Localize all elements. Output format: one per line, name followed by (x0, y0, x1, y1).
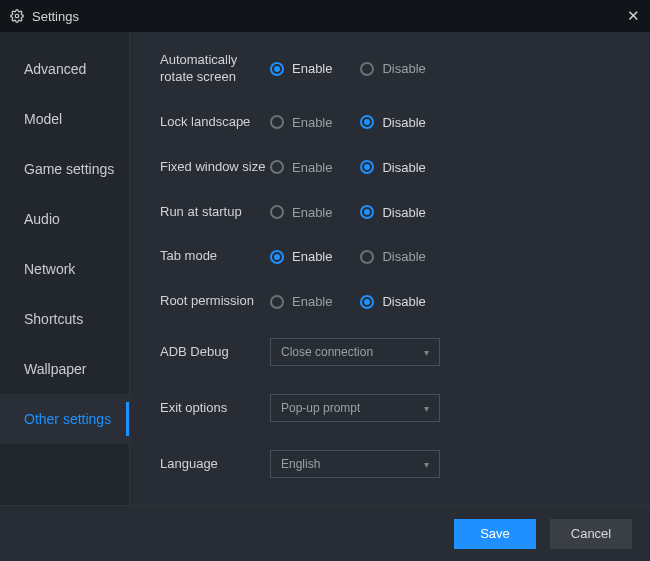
radio-label: Enable (292, 205, 332, 220)
option-row: Tab modeEnableDisable (160, 248, 622, 265)
sidebar-item-label: Advanced (24, 61, 86, 77)
radio-disable[interactable]: Disable (360, 249, 425, 264)
sidebar-item-game-settings[interactable]: Game settings (0, 144, 129, 194)
option-radios: EnableDisable (270, 205, 426, 220)
option-radios: EnableDisable (270, 249, 426, 264)
radio-dot-icon (270, 250, 284, 264)
settings-window: Settings ✕ AdvancedModelGame settingsAud… (0, 0, 650, 561)
cancel-button[interactable]: Cancel (550, 519, 632, 549)
radio-label: Disable (382, 160, 425, 175)
radio-enable[interactable]: Enable (270, 61, 332, 76)
sidebar-item-shortcuts[interactable]: Shortcuts (0, 294, 129, 344)
sidebar-item-other-settings[interactable]: Other settings (0, 394, 129, 444)
option-label: Tab mode (160, 248, 270, 265)
select-exit-options[interactable]: Pop-up prompt▾ (270, 394, 440, 422)
save-button[interactable]: Save (454, 519, 536, 549)
select-value: English (281, 457, 320, 471)
radio-label: Enable (292, 294, 332, 309)
radio-label: Disable (382, 249, 425, 264)
chevron-down-icon: ▾ (424, 403, 429, 414)
option-radios: EnableDisable (270, 61, 426, 76)
radio-dot-icon (360, 160, 374, 174)
sidebar: AdvancedModelGame settingsAudioNetworkSh… (0, 32, 130, 505)
radio-enable[interactable]: Enable (270, 205, 332, 220)
radio-label: Disable (382, 61, 425, 76)
sidebar-item-model[interactable]: Model (0, 94, 129, 144)
radio-dot-icon (360, 62, 374, 76)
option-radios: EnableDisable (270, 294, 426, 309)
select-row: Exit optionsPop-up prompt▾ (160, 394, 622, 422)
sidebar-item-label: Other settings (24, 411, 111, 427)
radio-dot-icon (360, 115, 374, 129)
radio-dot-icon (270, 160, 284, 174)
sidebar-item-label: Network (24, 261, 75, 277)
select-value: Close connection (281, 345, 373, 359)
radio-disable[interactable]: Disable (360, 205, 425, 220)
option-row: Lock landscapeEnableDisable (160, 114, 622, 131)
radio-enable[interactable]: Enable (270, 249, 332, 264)
radio-enable[interactable]: Enable (270, 115, 332, 130)
option-row: Run at startupEnableDisable (160, 204, 622, 221)
radio-dot-icon (270, 115, 284, 129)
option-radios: EnableDisable (270, 160, 426, 175)
radio-enable[interactable]: Enable (270, 160, 332, 175)
sidebar-item-wallpaper[interactable]: Wallpaper (0, 344, 129, 394)
select-value: Pop-up prompt (281, 401, 360, 415)
radio-label: Disable (382, 205, 425, 220)
svg-point-0 (15, 14, 19, 18)
chevron-down-icon: ▾ (424, 459, 429, 470)
option-row: Automatically rotate screenEnableDisable (160, 52, 622, 86)
sidebar-item-label: Model (24, 111, 62, 127)
sidebar-item-label: Wallpaper (24, 361, 87, 377)
radio-dot-icon (360, 295, 374, 309)
option-label: Fixed window size (160, 159, 270, 176)
radio-label: Enable (292, 249, 332, 264)
radio-enable[interactable]: Enable (270, 294, 332, 309)
radio-label: Enable (292, 115, 332, 130)
radio-label: Enable (292, 61, 332, 76)
titlebar: Settings ✕ (0, 0, 650, 32)
select-language[interactable]: English▾ (270, 450, 440, 478)
close-icon[interactable]: ✕ (627, 7, 640, 25)
select-label: Exit options (160, 400, 270, 417)
radio-disable[interactable]: Disable (360, 61, 425, 76)
sidebar-item-advanced[interactable]: Advanced (0, 44, 129, 94)
radio-disable[interactable]: Disable (360, 115, 425, 130)
radio-dot-icon (270, 295, 284, 309)
select-row: ADB DebugClose connection▾ (160, 338, 622, 366)
radio-dot-icon (360, 250, 374, 264)
chevron-down-icon: ▾ (424, 347, 429, 358)
radio-label: Disable (382, 294, 425, 309)
radio-disable[interactable]: Disable (360, 160, 425, 175)
radio-disable[interactable]: Disable (360, 294, 425, 309)
select-label: ADB Debug (160, 344, 270, 361)
select-adb-debug[interactable]: Close connection▾ (270, 338, 440, 366)
option-label: Automatically rotate screen (160, 52, 270, 86)
radio-dot-icon (360, 205, 374, 219)
option-label: Root permission (160, 293, 270, 310)
radio-dot-icon (270, 62, 284, 76)
footer: Save Cancel (0, 505, 650, 561)
sidebar-item-label: Shortcuts (24, 311, 83, 327)
sidebar-item-network[interactable]: Network (0, 244, 129, 294)
sidebar-item-audio[interactable]: Audio (0, 194, 129, 244)
sidebar-item-label: Audio (24, 211, 60, 227)
select-row: LanguageEnglish▾ (160, 450, 622, 478)
content-panel: Automatically rotate screenEnableDisable… (130, 32, 650, 505)
option-label: Lock landscape (160, 114, 270, 131)
gear-icon (10, 9, 24, 23)
window-title: Settings (32, 9, 79, 24)
sidebar-item-label: Game settings (24, 161, 114, 177)
option-row: Fixed window sizeEnableDisable (160, 159, 622, 176)
radio-dot-icon (270, 205, 284, 219)
option-row: Root permissionEnableDisable (160, 293, 622, 310)
select-label: Language (160, 456, 270, 473)
option-radios: EnableDisable (270, 115, 426, 130)
radio-label: Disable (382, 115, 425, 130)
radio-label: Enable (292, 160, 332, 175)
option-label: Run at startup (160, 204, 270, 221)
